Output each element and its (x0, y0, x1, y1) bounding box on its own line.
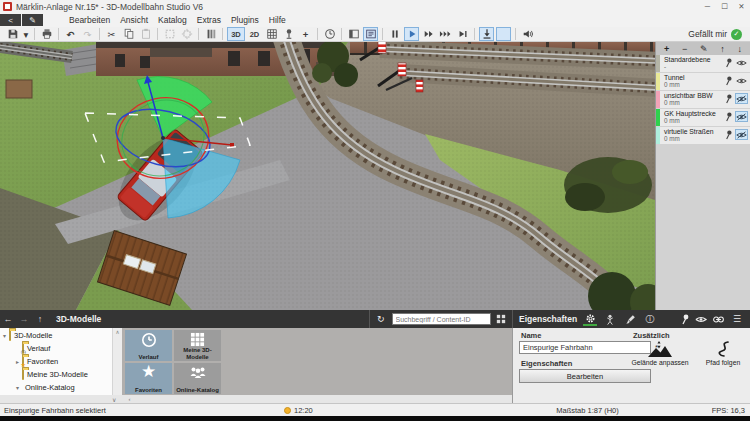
paint-brush-icon[interactable] (623, 312, 637, 326)
tile-online-katalog[interactable]: Online-Katalog (174, 363, 221, 394)
tile-verlauf[interactable]: Verlauf (125, 330, 172, 361)
chevron-down-icon[interactable]: ▾ (0, 332, 9, 339)
clock-status[interactable]: 12:20 (284, 406, 313, 415)
save-dropdown-icon[interactable]: ▾ (22, 27, 30, 41)
remove-layer-icon[interactable]: − (682, 44, 687, 54)
eye-panel-icon[interactable] (695, 315, 707, 324)
visibility-off-icon[interactable] (735, 111, 748, 122)
tree-item-favoriten[interactable]: ▸ ★ Favoriten (0, 355, 112, 368)
pin-icon[interactable] (724, 129, 733, 140)
menu-plugins[interactable]: Plugins (226, 14, 264, 26)
pin-icon[interactable] (724, 75, 733, 86)
layer-name: Standardebene (664, 56, 711, 63)
catalog-forward-icon[interactable]: → (16, 314, 32, 324)
scroll-up-icon[interactable]: ∧ (113, 329, 122, 335)
chevron-down-icon[interactable]: ▾ (13, 384, 22, 391)
info-icon[interactable]: ⓘ (643, 312, 657, 326)
menu-bearbeiten[interactable]: Bearbeiten (64, 14, 115, 26)
move-layer-down-icon[interactable]: ↓ (737, 44, 742, 54)
menu-icon[interactable]: ☰ (730, 312, 744, 326)
search-input[interactable] (392, 313, 491, 325)
play-icon[interactable] (404, 27, 419, 41)
animation-icon[interactable] (603, 312, 617, 326)
maximize-button[interactable]: ☐ (716, 1, 733, 13)
clock-icon (141, 332, 157, 348)
scroll-left-icon[interactable]: ‹ (128, 396, 130, 402)
scroll-down-icon[interactable]: ∨ (112, 396, 116, 403)
add-object-icon[interactable]: + (298, 27, 313, 41)
close-button[interactable]: ✕ (733, 1, 750, 13)
cut-icon[interactable]: ✂ (104, 27, 119, 41)
layer-row-gk-hauptstrecke[interactable]: GK Hauptstrecke 0 mm (656, 109, 750, 126)
tile-favoriten[interactable]: ★ Favoriten (125, 363, 172, 394)
tile-meine-3d-modelle[interactable]: Meine 3D-Modelle (174, 330, 221, 361)
edit-mode-button[interactable]: ✎ (22, 14, 43, 26)
event-log-icon[interactable] (363, 27, 378, 41)
timer-icon[interactable] (322, 27, 337, 41)
pin-icon[interactable] (724, 93, 733, 104)
edit-layer-icon[interactable]: ✎ (700, 44, 708, 54)
gear-icon[interactable] (583, 312, 597, 326)
view-3d-button[interactable]: 3D (227, 27, 245, 41)
skip-to-end-icon[interactable] (455, 27, 470, 41)
layer-row-virtuelle-strassen[interactable]: virtuelle Straßen 0 mm (656, 127, 750, 144)
select-move-icon[interactable] (179, 27, 194, 41)
link-icon[interactable] (712, 315, 725, 324)
tree-item-meine-3d-modelle[interactable]: Meine 3D-Modelle (0, 368, 112, 381)
fastest-forward-icon[interactable] (438, 27, 453, 41)
snap-to-ground-icon[interactable] (479, 27, 494, 41)
move-layer-up-icon[interactable]: ↑ (720, 44, 725, 54)
pause-icon[interactable] (387, 27, 402, 41)
catalog-up-icon[interactable]: ↑ (32, 314, 48, 324)
event-list-icon[interactable] (203, 27, 218, 41)
grid-view-icon[interactable] (495, 312, 509, 326)
adapt-terrain-button[interactable]: Gelände anpassen (625, 340, 695, 366)
edit-button[interactable]: Bearbeiten (519, 369, 651, 383)
visibility-on-icon[interactable] (735, 75, 748, 86)
menu-ansicht[interactable]: Ansicht (115, 14, 153, 26)
viewport-3d[interactable] (0, 42, 655, 310)
tree-item-online-katalog[interactable]: ▾ Online-Katalog (0, 381, 112, 394)
catalog-scroll-strip[interactable]: ∨ ‹ (0, 395, 512, 403)
layer-row-unsichtbar-bbw[interactable]: unsichtbar BBW 0 mm (656, 91, 750, 108)
menu-katalog[interactable]: Katalog (153, 14, 192, 26)
menu-hilfe[interactable]: Hilfe (264, 14, 291, 26)
refresh-icon[interactable]: ↻ (374, 312, 388, 326)
tree-scrollbar[interactable]: ∧ (112, 328, 122, 395)
sound-icon[interactable] (520, 27, 535, 41)
tree-item-verlauf[interactable]: ◷ Verlauf (0, 342, 112, 355)
add-layer-icon[interactable]: + (664, 44, 669, 54)
tree-item-3d-modelle[interactable]: ▾ 3D-Modelle (0, 329, 112, 342)
fast-forward-icon[interactable] (421, 27, 436, 41)
visibility-on-icon[interactable] (735, 57, 748, 68)
daytime-sun-icon (284, 407, 291, 414)
signal-icon[interactable] (281, 27, 296, 41)
save-icon[interactable] (5, 27, 20, 41)
select-area-icon[interactable] (162, 27, 177, 41)
panel-layout-icon[interactable] (346, 27, 361, 41)
pin-icon[interactable] (724, 57, 733, 68)
like-check-icon[interactable]: ✓ (731, 29, 742, 40)
paste-icon[interactable] (138, 27, 153, 41)
layer-row-tunnel[interactable]: Tunnel 0 mm (656, 73, 750, 90)
minimize-button[interactable]: ─ (699, 1, 716, 13)
catalog-back-icon[interactable]: ← (0, 314, 16, 324)
view-2d-button[interactable]: 2D (247, 27, 262, 41)
layer-row-standardebene[interactable]: Standardebene - (656, 55, 750, 72)
layer-color (656, 109, 660, 126)
print-icon[interactable] (39, 27, 54, 41)
undo-icon[interactable]: ↶ (63, 27, 78, 41)
redo-icon[interactable]: ↷ (80, 27, 95, 41)
status-bar: Einspurige Fahrbahn selektiert 12:20 Maß… (0, 403, 750, 416)
back-button[interactable]: < (0, 14, 21, 26)
visibility-off-icon[interactable] (735, 129, 748, 140)
visibility-off-icon[interactable] (735, 93, 748, 104)
follow-path-button[interactable]: Pfad folgen (695, 340, 750, 366)
grid-icon[interactable] (264, 27, 279, 41)
align-icon[interactable] (496, 27, 511, 41)
properties-header-right: ☰ (680, 312, 744, 326)
copy-icon[interactable] (121, 27, 136, 41)
pin-icon[interactable] (724, 111, 733, 122)
menu-extras[interactable]: Extras (192, 14, 226, 26)
pin-panel-icon[interactable] (680, 313, 690, 325)
